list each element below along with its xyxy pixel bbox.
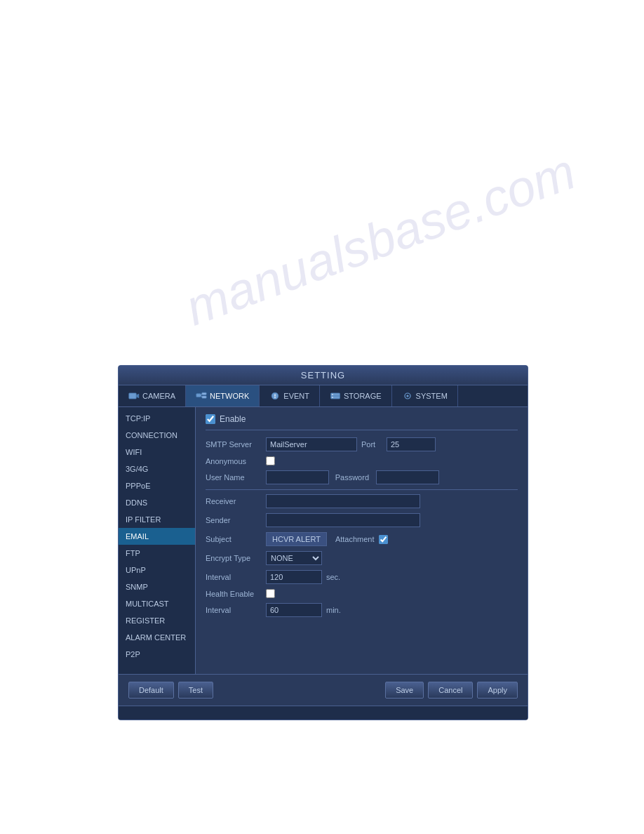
system-tab-icon [402, 391, 413, 401]
storage-tab-icon [330, 391, 341, 401]
subject-row: Subject HCVR ALERT Attachment [206, 532, 518, 546]
svg-point-13 [332, 397, 333, 398]
sender-label: Sender [206, 516, 262, 524]
sidebar-item-snmp[interactable]: SNMP [119, 578, 195, 595]
svg-point-15 [406, 395, 408, 397]
encrypt-select[interactable]: NONE SSL TLS [266, 551, 322, 565]
event-tab-icon [269, 391, 281, 401]
health-interval-input[interactable] [266, 603, 322, 617]
health-interval-unit: min. [326, 606, 341, 614]
username-input[interactable] [266, 470, 329, 484]
health-enable-row: Health Enable [206, 589, 518, 598]
interval-row: Interval sec. [206, 570, 518, 584]
smtp-server-input[interactable] [266, 437, 357, 451]
port-label: Port [361, 440, 382, 449]
enable-checkbox[interactable] [206, 414, 215, 424]
tab-network[interactable]: NETWORK [186, 385, 260, 406]
camera-tab-icon [128, 391, 140, 401]
anonymous-checkbox[interactable] [266, 456, 275, 465]
tab-network-label: NETWORK [210, 392, 249, 400]
sidebar-item-ddns[interactable]: DDNS [119, 494, 195, 511]
dialog-title-text: SETTING [301, 370, 345, 380]
tab-bar: CAMERA NETWORK EVENT [119, 385, 528, 407]
sidebar-item-alarm-center[interactable]: ALARM CENTER [119, 629, 195, 646]
enable-label: Enable [220, 414, 246, 424]
sidebar-item-connection[interactable]: CONNECTION [119, 427, 195, 444]
content-area: TCP:IP CONNECTION WIFI 3G/4G PPPoE DDNS [119, 407, 528, 674]
sidebar-item-multicast[interactable]: MULTICAST [119, 595, 195, 612]
sidebar-item-p2p[interactable]: P2P [119, 646, 195, 663]
sidebar-item-tcp-ip[interactable]: TCP:IP [119, 410, 195, 427]
watermark: manualsbase.com [178, 143, 583, 337]
btn-group-left: Default Test [128, 682, 213, 699]
sender-input[interactable] [266, 513, 420, 527]
svg-rect-0 [129, 393, 136, 399]
sidebar-item-email[interactable]: EMAIL [119, 528, 195, 545]
outer-wrapper: manualsbase.com SETTING CAMERA [0, 0, 644, 834]
svg-point-9 [274, 397, 276, 399]
subject-label: Subject [206, 535, 262, 543]
svg-rect-4 [202, 396, 206, 398]
bottom-bar [119, 706, 528, 720]
health-enable-label: Health Enable [206, 590, 262, 598]
btn-group-right: Save Cancel Apply [385, 682, 518, 699]
dialog-title: SETTING [119, 366, 528, 385]
smtp-server-label: SMTP Server [206, 440, 262, 449]
tab-system[interactable]: SYSTEM [392, 385, 458, 406]
apply-button[interactable]: Apply [477, 682, 518, 699]
interval-label: Interval [206, 573, 262, 581]
health-interval-row: Interval min. [206, 603, 518, 617]
port-input[interactable] [387, 437, 436, 451]
separator [206, 489, 518, 490]
username-label: User Name [206, 473, 262, 482]
sidebar-item-register[interactable]: REGISTER [119, 612, 195, 629]
password-label: Password [333, 473, 372, 482]
sidebar-item-ftp[interactable]: FTP [119, 545, 195, 562]
sidebar: TCP:IP CONNECTION WIFI 3G/4G PPPoE DDNS [119, 407, 196, 674]
svg-rect-3 [202, 392, 206, 395]
sidebar-item-ip-filter[interactable]: IP FILTER [119, 511, 195, 528]
tab-storage-label: STORAGE [344, 392, 382, 400]
anonymous-row: Anonymous [206, 456, 518, 465]
health-enable-checkbox[interactable] [266, 589, 275, 598]
attachment-checkbox[interactable] [379, 535, 388, 544]
user-row: User Name Password [206, 470, 518, 484]
svg-rect-2 [196, 394, 201, 397]
encrypt-label: Encrypt Type [206, 554, 262, 562]
button-row: Default Test Save Cancel Apply [119, 674, 528, 706]
sidebar-item-wifi[interactable]: WIFI [119, 444, 195, 461]
tab-camera[interactable]: CAMERA [119, 385, 186, 406]
tab-event[interactable]: EVENT [260, 385, 320, 406]
enable-row: Enable [206, 414, 518, 430]
health-interval-label: Interval [206, 606, 262, 614]
network-tab-icon [196, 391, 207, 401]
interval-unit: sec. [326, 573, 340, 581]
attachment-label: Attachment [335, 535, 375, 543]
sidebar-item-pppoe[interactable]: PPPoE [119, 477, 195, 494]
main-panel: Enable SMTP Server Port Anonymous User N… [196, 407, 528, 674]
subject-button[interactable]: HCVR ALERT [266, 532, 327, 546]
setting-dialog: SETTING CAMERA NETWORK [118, 365, 528, 720]
sidebar-item-3g4g[interactable]: 3G/4G [119, 461, 195, 477]
default-button[interactable]: Default [128, 682, 174, 699]
sidebar-item-upnp[interactable]: UPnP [119, 562, 195, 578]
tab-event-label: EVENT [283, 392, 309, 400]
receiver-label: Receiver [206, 497, 262, 505]
receiver-input[interactable] [266, 494, 420, 508]
test-button[interactable]: Test [178, 682, 213, 699]
tab-system-label: SYSTEM [416, 392, 448, 400]
smtp-server-row: SMTP Server Port [206, 437, 518, 451]
subject-value: HCVR ALERT [272, 535, 321, 543]
sender-row: Sender [206, 513, 518, 527]
password-input[interactable] [376, 470, 439, 484]
svg-marker-1 [136, 394, 139, 398]
tab-camera-label: CAMERA [142, 392, 175, 400]
tab-storage[interactable]: STORAGE [320, 385, 392, 406]
interval-input[interactable] [266, 570, 322, 584]
save-button[interactable]: Save [385, 682, 424, 699]
receiver-row: Receiver [206, 494, 518, 508]
encrypt-row: Encrypt Type NONE SSL TLS [206, 551, 518, 565]
anonymous-label: Anonymous [206, 457, 262, 465]
svg-point-12 [332, 394, 333, 395]
cancel-button[interactable]: Cancel [428, 682, 473, 699]
